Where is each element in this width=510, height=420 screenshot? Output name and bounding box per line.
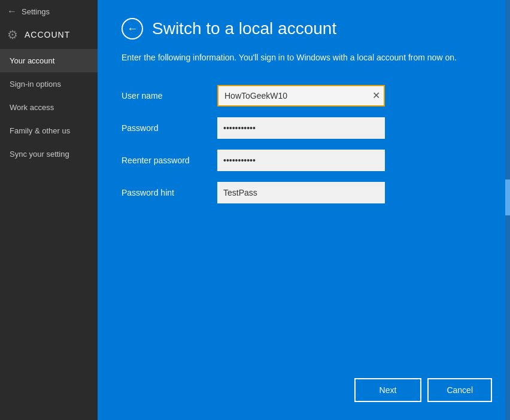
- sidebar-item-work-access-label: Work access: [10, 103, 54, 112]
- dialog-title: Switch to a local account: [152, 19, 336, 38]
- scrollbar-thumb[interactable]: [505, 179, 510, 215]
- switch-account-dialog: ← Switch to a local account Enter the fo…: [98, 0, 510, 420]
- sidebar-item-family-other-label: Family & other us: [10, 126, 70, 135]
- desktop-background: Recycle ← Settings ⚙ ACCOUNT Your accoun…: [0, 0, 510, 420]
- sidebar-item-your-account[interactable]: Your account: [0, 49, 102, 72]
- settings-section-header: ⚙ ACCOUNT: [0, 23, 102, 49]
- username-input-wrapper: ✕: [217, 85, 385, 106]
- sidebar-item-your-account-label: Your account: [10, 56, 54, 65]
- dialog-content-area: ← Switch to a local account Enter the fo…: [98, 0, 510, 366]
- dialog-back-icon: ←: [127, 23, 138, 35]
- username-input[interactable]: [217, 85, 385, 106]
- sidebar-item-sync-settings[interactable]: Sync your setting: [0, 142, 102, 166]
- sidebar-item-family-other[interactable]: Family & other us: [0, 119, 102, 142]
- password-hint-input[interactable]: [217, 182, 385, 203]
- dialog-description: Enter the following information. You'll …: [122, 51, 486, 64]
- cancel-button[interactable]: Cancel: [427, 378, 492, 402]
- password-input[interactable]: [217, 117, 385, 139]
- password-label: Password: [122, 123, 217, 133]
- settings-back-header[interactable]: ← Settings: [0, 0, 102, 23]
- password-hint-input-wrapper: [217, 182, 385, 203]
- password-input-wrapper: [217, 117, 385, 139]
- password-row: Password: [122, 117, 486, 139]
- settings-back-label: Settings: [22, 7, 50, 16]
- sidebar-item-sync-settings-label: Sync your setting: [10, 150, 69, 159]
- password-hint-row: Password hint: [122, 182, 486, 203]
- reenter-password-label: Reenter password: [122, 156, 217, 165]
- next-button[interactable]: Next: [354, 378, 422, 402]
- dialog-back-button[interactable]: ←: [122, 18, 143, 39]
- sidebar-item-sign-in-options-label: Sign-in options: [10, 80, 61, 89]
- gear-icon: ⚙: [7, 28, 19, 42]
- username-clear-button[interactable]: ✕: [371, 90, 381, 102]
- reenter-password-row: Reenter password: [122, 150, 486, 171]
- reenter-password-input-wrapper: [217, 150, 385, 171]
- settings-section-title: ACCOUNT: [25, 30, 70, 39]
- settings-sidebar: ← Settings ⚙ ACCOUNT Your account Sign-i…: [0, 0, 102, 420]
- dialog-header: ← Switch to a local account: [122, 18, 486, 39]
- dialog-footer: Next Cancel: [98, 366, 510, 420]
- username-row: User name ✕: [122, 85, 486, 106]
- sidebar-item-sign-in-options[interactable]: Sign-in options: [0, 72, 102, 96]
- account-form: User name ✕ Password Reenter password: [122, 85, 486, 203]
- settings-back-icon[interactable]: ←: [7, 6, 17, 17]
- reenter-password-input[interactable]: [217, 150, 385, 171]
- password-hint-label: Password hint: [122, 188, 217, 197]
- scrollbar-track: [505, 0, 510, 420]
- username-label: User name: [122, 91, 217, 101]
- sidebar-item-work-access[interactable]: Work access: [0, 96, 102, 119]
